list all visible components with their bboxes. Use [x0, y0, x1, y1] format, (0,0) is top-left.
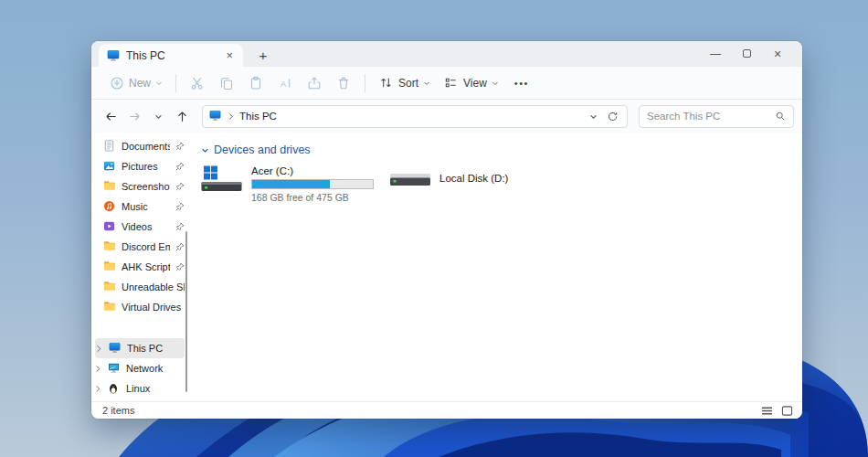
- toolbar-divider: [365, 74, 365, 92]
- plus-circle-icon: [109, 75, 124, 90]
- back-button[interactable]: [100, 105, 122, 127]
- thumbnail-view-icon[interactable]: [780, 405, 793, 416]
- expand-chevron-icon[interactable]: [94, 385, 102, 393]
- explorer-content: Documents: [91, 133, 802, 401]
- cut-button[interactable]: [183, 71, 212, 95]
- drive-usage-bar-fill: [252, 180, 330, 188]
- paste-button[interactable]: [241, 71, 270, 95]
- sidebar-item-label: Network: [126, 363, 185, 374]
- system-drive-icon: [201, 165, 243, 193]
- pictures-icon: [103, 160, 116, 173]
- new-button[interactable]: New: [102, 71, 169, 94]
- tab-this-pc[interactable]: This PC ×: [99, 44, 243, 67]
- pin-icon: [175, 162, 185, 171]
- folder-icon: [103, 180, 116, 193]
- folder-icon: [103, 260, 116, 273]
- sidebar-item-label: Pictures: [122, 161, 170, 172]
- sidebar-item-discord-emo[interactable]: Discord Emo: [91, 237, 188, 257]
- sidebar-item-label: AHK Scripts: [122, 261, 170, 272]
- sort-button[interactable]: Sort: [372, 71, 437, 94]
- pin-icon: [175, 182, 185, 191]
- tab-bar: This PC × + — ×: [91, 41, 802, 67]
- sidebar-item-label: Music: [122, 201, 170, 212]
- search-box: [639, 105, 794, 128]
- sidebar-item-linux[interactable]: Linux: [91, 378, 188, 399]
- share-button[interactable]: [300, 71, 329, 95]
- this-pc-icon: [209, 110, 222, 122]
- search-input[interactable]: [647, 111, 775, 122]
- sidebar-item-this-pc[interactable]: This PC: [95, 338, 185, 358]
- pin-icon: [175, 142, 185, 151]
- address-dropdown-icon[interactable]: [589, 112, 598, 121]
- tab-close-icon[interactable]: ×: [224, 49, 235, 61]
- chevron-down-icon: [423, 80, 430, 87]
- see-more-button[interactable]: •••: [505, 78, 538, 89]
- copy-icon: [219, 76, 234, 90]
- videos-icon: [103, 220, 116, 233]
- drive-capacity-text: 168 GB free of 475 GB: [251, 192, 374, 203]
- new-tab-button[interactable]: +: [251, 44, 275, 66]
- expand-chevron-icon[interactable]: [94, 365, 102, 373]
- recent-locations-button[interactable]: [147, 105, 169, 127]
- trash-icon: [336, 76, 351, 90]
- forward-button[interactable]: [123, 105, 145, 127]
- sidebar-item-label: Documents: [122, 141, 170, 152]
- sidebar-item-label: Linux: [126, 383, 185, 394]
- section-header-label: Devices and drives: [214, 143, 311, 156]
- chevron-down-icon: [155, 80, 163, 87]
- delete-button[interactable]: [329, 71, 358, 95]
- pin-icon: [175, 242, 185, 251]
- copy-button[interactable]: [212, 71, 241, 95]
- drive-name: Acer (C:): [251, 165, 374, 176]
- sidebar-item-label: Discord Emo: [122, 241, 170, 252]
- collapse-chevron-icon[interactable]: [201, 146, 209, 154]
- close-button[interactable]: ×: [762, 47, 793, 61]
- drive-tile-d[interactable]: Local Disk (D:): [389, 165, 508, 193]
- items-count: 2 items: [102, 405, 134, 416]
- sidebar-item-videos[interactable]: Videos: [91, 217, 188, 237]
- refresh-icon[interactable]: [607, 111, 619, 122]
- items-view: Devices and drives: [188, 133, 802, 401]
- sidebar-item-screenshots[interactable]: Screenshots: [91, 176, 188, 197]
- pin-icon: [175, 202, 185, 211]
- clipboard-icon: [249, 76, 263, 90]
- command-toolbar: New A: [91, 67, 802, 100]
- maximize-button[interactable]: [731, 48, 762, 60]
- drive-tile-c[interactable]: Acer (C:) 168 GB free of 475 GB: [201, 165, 373, 203]
- toolbar-divider: [175, 74, 176, 92]
- sidebar-scrollbar[interactable]: [185, 231, 187, 392]
- sidebar-item-network[interactable]: Network: [91, 358, 188, 378]
- breadcrumb-chevron-icon: [228, 112, 234, 121]
- expand-chevron-icon[interactable]: [95, 345, 103, 353]
- breadcrumb[interactable]: This PC: [239, 111, 584, 122]
- sidebar-item-documents[interactable]: Documents: [91, 136, 188, 156]
- sort-icon: [378, 75, 394, 90]
- tab-label: This PC: [126, 49, 217, 62]
- window-controls: — ×: [700, 41, 793, 67]
- sidebar-item-virtual-drives[interactable]: Virtual Drives: [91, 297, 188, 317]
- sidebar-item-label: Virtual Drives: [122, 302, 185, 313]
- sidebar-item-unreadable-sd[interactable]: Unreadable SD C: [91, 277, 188, 297]
- search-icon: [775, 111, 786, 122]
- linux-tux-icon: [108, 382, 121, 395]
- this-pc-icon: [109, 342, 122, 355]
- folder-icon: [103, 281, 116, 293]
- rename-button[interactable]: A: [270, 71, 300, 95]
- sidebar-item-label: Unreadable SD C: [122, 282, 185, 292]
- sidebar-item-music[interactable]: Music: [91, 197, 188, 217]
- chevron-down-icon: [492, 80, 499, 87]
- drive-usage-bar: [251, 179, 374, 189]
- address-bar[interactable]: This PC: [202, 105, 628, 128]
- minimize-button[interactable]: —: [700, 48, 731, 60]
- details-view-icon[interactable]: [760, 405, 773, 416]
- network-icon: [108, 362, 121, 375]
- status-bar: 2 items: [91, 401, 802, 419]
- sidebar-item-pictures[interactable]: Pictures: [91, 156, 188, 176]
- up-button[interactable]: [171, 105, 193, 127]
- sidebar-item-ahk-scripts[interactable]: AHK Scripts: [91, 257, 188, 277]
- section-devices-and-drives[interactable]: Devices and drives: [201, 143, 802, 156]
- sidebar-item-label: Videos: [122, 221, 170, 232]
- view-button[interactable]: View: [437, 71, 505, 94]
- view-icon: [443, 75, 459, 90]
- drive-name: Local Disk (D:): [439, 173, 508, 184]
